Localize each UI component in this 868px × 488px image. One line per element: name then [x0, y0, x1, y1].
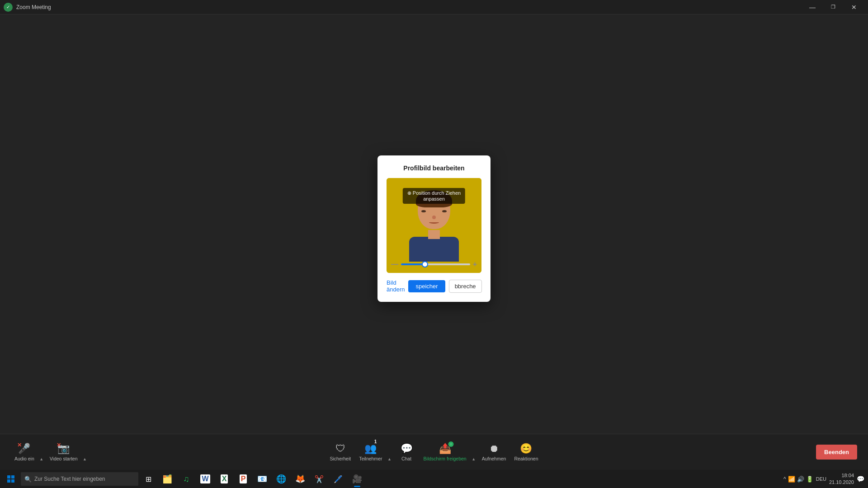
zoom-slider-fill	[401, 263, 425, 265]
file-explorer-icon: 🗂️	[162, 474, 172, 484]
zoom-toolbar-left: 🎤 ✕ Audio ein ▲ 📷 ✕ Video starten ▲	[11, 440, 88, 464]
draw-icon: 🖊️	[334, 475, 343, 483]
zoom-icon: 🎥	[352, 474, 362, 484]
security-tool[interactable]: 🛡 Sicherheit	[326, 440, 354, 464]
mail-icon: 📧	[257, 474, 267, 484]
zoom-slider-track[interactable]	[401, 263, 470, 265]
taskbar-browser1[interactable]: 🌐	[272, 470, 290, 488]
zoom-toolbar-center: 🛡 Sicherheit 👥 1 Teilnehmer ▲ 💬 Chat	[326, 440, 542, 464]
participants-tool-group: 👥 1 Teilnehmer ▲	[355, 440, 393, 464]
minimize-button[interactable]: —	[802, 0, 823, 14]
reactions-icon: 😊	[520, 443, 532, 455]
share-caret-icon: ▲	[472, 457, 476, 461]
profile-edit-dialog: Profilbild bearbeiten	[377, 155, 491, 302]
chevron-icon[interactable]: ^	[783, 476, 786, 482]
browser2-icon: 🦊	[295, 474, 305, 484]
move-icon: ⊕	[407, 190, 411, 196]
save-button[interactable]: speicher	[408, 280, 445, 292]
zoom-slider-row[interactable]: — +	[391, 260, 477, 268]
share-label: Bildschirm freigeben	[424, 456, 467, 461]
reactions-tool[interactable]: 😊 Reaktionen	[510, 440, 542, 464]
dialog-title: Profilbild bearbeiten	[387, 164, 481, 172]
audio-tool-group: 🎤 ✕ Audio ein ▲	[11, 440, 45, 464]
dialog-overlay: Profilbild bearbeiten	[0, 14, 868, 443]
participants-badge: 1	[374, 439, 377, 444]
chat-tool[interactable]: 💬 Chat	[394, 440, 419, 464]
window-title: Zoom Meeting	[16, 4, 51, 10]
chat-icon: 💬	[401, 443, 413, 455]
system-tray: ^ 📶 🔊 🔋	[783, 476, 813, 483]
language-indicator: DEU	[816, 476, 826, 482]
window-controls: — ❐ ✕	[802, 0, 864, 14]
taskbar-powerpoint[interactable]: P	[234, 470, 252, 488]
notification-icon[interactable]: 💬	[857, 475, 864, 483]
svg-rect-1	[11, 475, 14, 479]
participants-tool[interactable]: 👥 1 Teilnehmer	[355, 440, 386, 464]
taskbar-left: 🔍 Zur Suche Text hier eingeben ⊞ 🗂️ ♫ W …	[0, 470, 366, 488]
taskbar-draw[interactable]: 🖊️	[329, 470, 347, 488]
profile-image-editor[interactable]: ⊕ Position durch Ziehenanpassen — +	[387, 178, 481, 273]
share-icon: 📤 ↑	[439, 443, 451, 455]
excel-icon: X	[221, 474, 228, 483]
volume-icon: 🔊	[797, 476, 804, 483]
title-bar-left: ✓ Zoom Meeting	[4, 3, 51, 12]
powerpoint-icon: P	[240, 474, 247, 483]
title-bar: ✓ Zoom Meeting — ❐ ✕	[0, 0, 868, 14]
share-caret[interactable]: ▲	[470, 454, 477, 464]
record-icon: ⏺	[489, 443, 499, 455]
drag-tooltip: ⊕ Position durch Ziehenanpassen	[403, 188, 465, 204]
maximize-button[interactable]: ❐	[823, 0, 844, 14]
audio-tool[interactable]: 🎤 ✕ Audio ein	[11, 440, 38, 464]
cancel-button[interactable]: bbreche	[449, 280, 482, 293]
svg-rect-0	[7, 475, 10, 479]
video-tool-group: 📷 ✕ Video starten ▲	[46, 440, 89, 464]
record-tool[interactable]: ⏺ Aufnehmen	[478, 440, 510, 464]
clock-date: 21.10.2020	[829, 479, 854, 486]
taskbar-zoom[interactable]: 🎥	[348, 470, 366, 488]
share-tool[interactable]: 📤 ↑ Bildschirm freigeben	[420, 440, 470, 464]
taskbar-search[interactable]: 🔍 Zur Suche Text hier eingeben	[21, 472, 138, 486]
taskbar-word[interactable]: W	[196, 470, 214, 488]
video-tool[interactable]: 📷 ✕ Video starten	[46, 440, 81, 464]
zoom-plus-icon[interactable]: +	[473, 260, 477, 268]
shield-status-icon: ✓	[4, 3, 13, 12]
svg-rect-2	[7, 479, 10, 483]
audio-caret[interactable]: ▲	[38, 454, 45, 464]
battery-icon: 🔋	[806, 476, 813, 483]
start-button[interactable]	[2, 470, 20, 488]
video-caret-icon: ▲	[83, 457, 87, 461]
spotify-icon: ♫	[183, 474, 189, 484]
dialog-actions: Bild ändern speicher bbreche	[387, 279, 481, 293]
svg-rect-3	[11, 479, 14, 483]
change-photo-link[interactable]: Bild ändern	[387, 279, 405, 293]
zoom-toolbar: 🎤 ✕ Audio ein ▲ 📷 ✕ Video starten ▲	[0, 434, 868, 470]
taskbar-spotify[interactable]: ♫	[177, 470, 195, 488]
zoom-toolbar-right: Beenden	[816, 445, 857, 460]
security-label: Sicherheit	[330, 456, 351, 461]
taskbar-right: ^ 📶 🔊 🔋 DEU 18:04 21.10.2020 💬	[783, 472, 868, 486]
taskbar-file-explorer[interactable]: 🗂️	[158, 470, 176, 488]
video-caret[interactable]: ▲	[81, 454, 88, 464]
system-clock[interactable]: 18:04 21.10.2020	[829, 472, 854, 486]
end-meeting-button[interactable]: Beenden	[816, 445, 857, 460]
close-button[interactable]: ✕	[844, 0, 864, 14]
network-icon: 📶	[788, 476, 795, 483]
taskbar-browser2[interactable]: 🦊	[291, 470, 309, 488]
taskbar-snip[interactable]: ✂️	[310, 470, 328, 488]
audio-icon: 🎤 ✕	[18, 443, 30, 455]
tooltip-text: Position durch Ziehenanpassen	[413, 190, 461, 202]
browser1-icon: 🌐	[276, 474, 286, 484]
participants-icon: 👥 1	[364, 443, 377, 455]
share-active-dot: ↑	[448, 441, 454, 447]
audio-label: Audio ein	[14, 456, 34, 461]
zoom-minus-icon[interactable]: —	[391, 260, 398, 268]
video-icon: 📷 ✕	[57, 443, 70, 455]
taskbar-excel[interactable]: X	[215, 470, 233, 488]
search-placeholder: Zur Suche Text hier eingeben	[34, 476, 105, 482]
participants-label: Teilnehmer	[359, 456, 382, 461]
chat-label: Chat	[401, 456, 411, 461]
zoom-slider-thumb	[422, 261, 428, 267]
taskbar-mail[interactable]: 📧	[253, 470, 271, 488]
task-view-button[interactable]: ⊞	[139, 470, 157, 488]
participants-caret[interactable]: ▲	[386, 454, 393, 464]
